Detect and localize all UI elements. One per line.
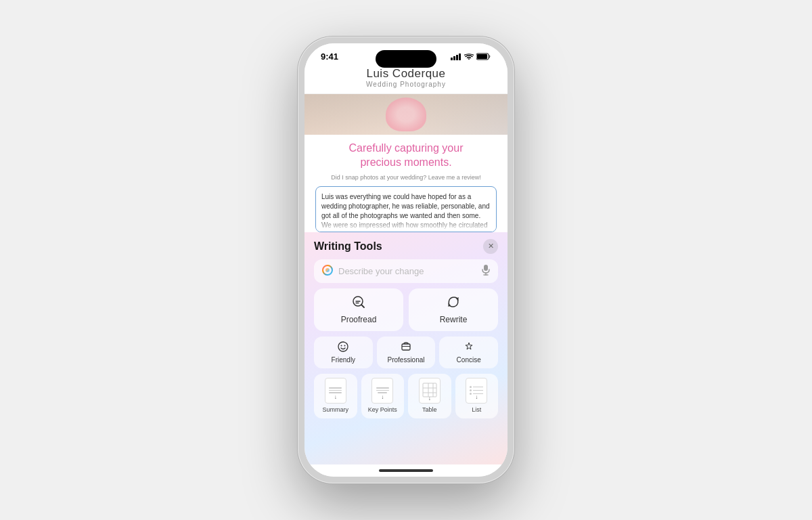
phone-frame: 9:41: [298, 37, 514, 483]
tagline-text: Carefully capturing your precious moment…: [318, 142, 494, 170]
tone-actions: Friendly Professional: [314, 337, 498, 368]
review-prompt: Did I snap photos at your wedding? Leave…: [304, 173, 508, 183]
list-button[interactable]: ↓ List: [455, 374, 499, 418]
friendly-icon: [338, 341, 348, 354]
writing-tools-header: Writing Tools ✕: [314, 239, 498, 254]
svg-rect-0: [451, 58, 453, 60]
concise-icon: [464, 341, 474, 354]
svg-point-15: [338, 342, 348, 351]
mic-icon[interactable]: [482, 265, 490, 278]
microphone-icon: [482, 265, 490, 276]
table-label: Table: [422, 406, 437, 413]
prompt-placeholder: Describe your change: [338, 266, 476, 276]
app-title: Luis Coderque: [304, 67, 508, 81]
friendly-button[interactable]: Friendly: [314, 337, 373, 368]
concise-button[interactable]: Concise: [439, 337, 498, 368]
format-actions: ↓ Summary ↓ Key Points: [314, 374, 498, 418]
proofread-button[interactable]: Proofread: [314, 288, 403, 331]
rewrite-label: Rewrite: [440, 315, 468, 324]
rewrite-button[interactable]: Rewrite: [409, 288, 498, 331]
summary-label: Summary: [322, 406, 348, 413]
photo-overlay: [304, 94, 508, 135]
home-bar: [379, 469, 433, 472]
status-time: 9:41: [321, 51, 338, 62]
summary-button[interactable]: ↓ Summary: [314, 374, 357, 418]
writing-tools-title: Writing Tools: [314, 240, 382, 253]
svg-line-12: [361, 305, 364, 307]
key-points-button[interactable]: ↓ Key Points: [361, 374, 405, 418]
key-points-label: Key Points: [368, 406, 397, 413]
svg-rect-18: [402, 344, 410, 350]
app-subtitle: Wedding Photography: [304, 81, 508, 88]
review-text-area[interactable]: Luis was everything we could have hoped …: [315, 186, 497, 232]
proofread-icon: [352, 295, 365, 312]
home-indicator: [304, 464, 508, 477]
svg-point-16: [341, 345, 342, 346]
tagline-section: Carefully capturing your precious moment…: [304, 135, 508, 173]
table-button[interactable]: ↓ Table: [408, 374, 451, 418]
professional-icon: [401, 341, 411, 354]
svg-rect-3: [459, 53, 461, 60]
svg-point-7: [325, 268, 330, 272]
writing-tools-panel: Writing Tools ✕: [304, 232, 508, 464]
table-doc-icon: ↓: [419, 378, 441, 404]
concise-label: Concise: [457, 356, 481, 364]
signal-icon: [451, 53, 461, 60]
photo-area: [304, 94, 508, 135]
key-points-doc-icon: ↓: [371, 378, 393, 404]
prompt-input-bar[interactable]: Describe your change: [314, 259, 498, 283]
battery-icon: [476, 53, 491, 60]
app-header: Luis Coderque Wedding Photography: [304, 64, 508, 94]
svg-rect-1: [453, 56, 455, 60]
svg-rect-20: [423, 383, 436, 397]
sparkle-icon: [322, 265, 333, 276]
friendly-label: Friendly: [332, 356, 356, 364]
phone-screen: 9:41: [304, 43, 508, 477]
list-label: List: [472, 406, 481, 413]
close-button[interactable]: ✕: [483, 239, 498, 254]
proofread-label: Proofread: [341, 315, 377, 324]
svg-rect-2: [456, 55, 458, 60]
dynamic-island: [376, 50, 436, 68]
writing-tools-icon: [322, 265, 333, 278]
photo-flowers-decoration: [386, 98, 426, 131]
svg-point-17: [344, 345, 346, 346]
status-icons: [451, 53, 491, 60]
svg-rect-8: [484, 265, 488, 271]
professional-label: Professional: [387, 356, 424, 364]
svg-rect-5: [477, 54, 487, 59]
list-doc-icon: ↓: [466, 378, 487, 404]
wifi-icon: [464, 53, 474, 60]
summary-doc-icon: ↓: [325, 378, 346, 404]
rewrite-icon: [447, 295, 460, 312]
main-actions: Proofread Rewrite: [314, 288, 498, 331]
professional-button[interactable]: Professional: [377, 337, 436, 368]
